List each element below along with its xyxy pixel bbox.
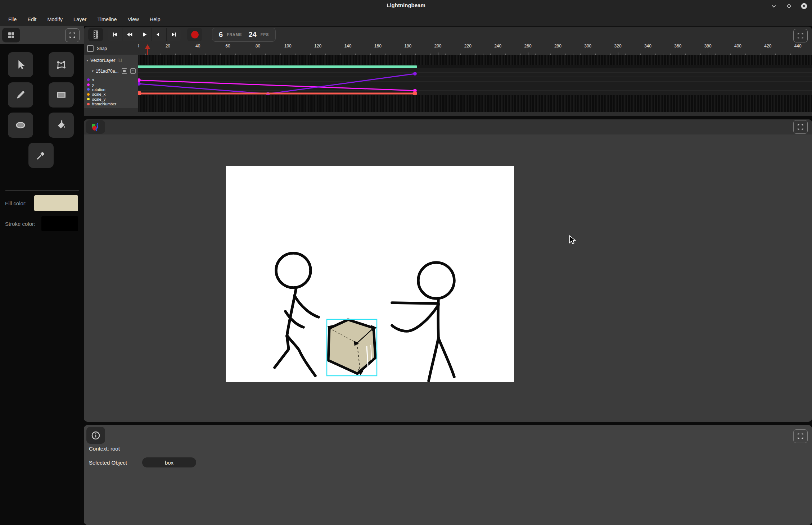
close-icon[interactable] bbox=[800, 2, 808, 10]
menu-view[interactable]: View bbox=[122, 14, 144, 24]
ruler-tick bbox=[633, 54, 633, 55]
clip-duration-bar[interactable] bbox=[138, 65, 417, 68]
tool-grid bbox=[0, 46, 92, 168]
ruler-tick bbox=[648, 52, 648, 55]
menu-timeline[interactable]: Timeline bbox=[92, 14, 122, 24]
ruler-tick bbox=[460, 54, 461, 55]
film-icon[interactable] bbox=[88, 28, 103, 41]
menu-edit[interactable]: Edit bbox=[22, 14, 42, 24]
fps-label: FPS bbox=[261, 32, 269, 37]
menu-modify[interactable]: Modify bbox=[42, 14, 68, 24]
shapes-icon[interactable] bbox=[86, 120, 105, 134]
layer-row[interactable]: ▾ VectorLayer [L] bbox=[84, 55, 138, 65]
rewind-button[interactable] bbox=[122, 28, 137, 41]
ruler-tick bbox=[670, 54, 671, 55]
ruler-label: 140 bbox=[344, 44, 351, 49]
layer-frames-strip[interactable] bbox=[138, 55, 812, 65]
frame-ruler[interactable]: 0204060801001201401601802002202402602803… bbox=[138, 42, 812, 55]
layer-name: VectorLayer bbox=[90, 58, 115, 63]
ruler-tick bbox=[438, 52, 438, 55]
ruler-tick bbox=[355, 54, 356, 55]
sidebar-header bbox=[0, 26, 84, 44]
record-button[interactable] bbox=[187, 28, 202, 41]
selected-object-field[interactable]: box bbox=[142, 457, 196, 467]
sidebar-fullscreen-button[interactable] bbox=[65, 28, 80, 42]
frames-strip[interactable] bbox=[138, 95, 812, 112]
play-button[interactable] bbox=[137, 28, 152, 41]
ruler-tick bbox=[145, 54, 146, 55]
ruler-tick bbox=[783, 54, 783, 55]
stick-figure-right bbox=[392, 262, 454, 381]
fill-color-label: Fill color: bbox=[5, 200, 27, 206]
animation-curves[interactable] bbox=[138, 68, 812, 95]
ruler-tick bbox=[296, 54, 296, 55]
property-x[interactable]: x bbox=[84, 77, 138, 82]
minimize-icon[interactable] bbox=[770, 2, 778, 10]
ruler-label: 400 bbox=[734, 44, 741, 49]
ruler-tick bbox=[775, 54, 776, 55]
ruler-tick bbox=[475, 54, 476, 55]
pencil-tool[interactable] bbox=[8, 82, 33, 108]
fast-forward-button[interactable] bbox=[152, 28, 167, 41]
eyedropper-tool[interactable] bbox=[28, 143, 54, 168]
drawing-canvas[interactable] bbox=[226, 166, 514, 382]
property-color-dot bbox=[87, 83, 90, 86]
property-label: frameNumber bbox=[92, 102, 116, 106]
select-tool[interactable] bbox=[8, 52, 33, 77]
menu-file[interactable]: File bbox=[3, 14, 22, 24]
context-panel: Context: root Selected Object box bbox=[84, 425, 812, 525]
ruler-label: 80 bbox=[256, 44, 260, 49]
tool-sidebar: Fill color: Stroke color: bbox=[0, 26, 84, 525]
fill-color-swatch[interactable] bbox=[34, 195, 78, 211]
titlebar: Lightningbeam bbox=[0, 0, 812, 12]
stroke-color-swatch[interactable] bbox=[41, 216, 78, 231]
ruler-label: 220 bbox=[464, 44, 472, 49]
ruler-tick bbox=[565, 54, 566, 55]
ruler-label: 360 bbox=[674, 44, 681, 49]
ruler-tick bbox=[715, 54, 716, 55]
ellipse-tool[interactable] bbox=[8, 113, 33, 138]
layer-visibility-toggle[interactable] bbox=[122, 68, 127, 74]
timeline-track-area[interactable]: 0204060801001201401601802002202402602803… bbox=[138, 42, 812, 116]
snap-checkbox[interactable] bbox=[87, 45, 94, 52]
grid-icon[interactable] bbox=[2, 28, 20, 42]
timeline-fullscreen-button[interactable] bbox=[793, 29, 808, 42]
collapse-caret-icon[interactable]: ▾ bbox=[86, 58, 88, 62]
property-rotation[interactable]: rotation bbox=[84, 87, 138, 92]
skip-end-button[interactable] bbox=[167, 28, 181, 41]
ruler-tick bbox=[723, 54, 723, 55]
context-fullscreen-button[interactable] bbox=[793, 429, 808, 443]
ruler-tick bbox=[288, 52, 288, 55]
property-y[interactable]: y bbox=[84, 82, 138, 87]
ruler-tick bbox=[753, 54, 753, 55]
object-row[interactable]: ▾ 151ad70a... ~ bbox=[84, 65, 138, 77]
skip-start-button[interactable] bbox=[108, 28, 122, 41]
canvas-panel bbox=[84, 119, 812, 422]
menu-layer[interactable]: Layer bbox=[68, 14, 92, 24]
property-label: x bbox=[92, 78, 94, 82]
ruler-label: 300 bbox=[584, 44, 591, 49]
clip-row[interactable] bbox=[138, 65, 812, 68]
rectangle-tool[interactable] bbox=[49, 82, 74, 108]
property-scale_y[interactable]: scale_y bbox=[84, 97, 138, 102]
ruler-tick bbox=[768, 52, 768, 55]
menu-help[interactable]: Help bbox=[144, 14, 166, 24]
ruler-label: 420 bbox=[764, 44, 771, 49]
ruler-tick bbox=[340, 54, 341, 55]
canvas-fullscreen-button[interactable] bbox=[793, 120, 808, 134]
property-scale_x[interactable]: scale_x bbox=[84, 92, 138, 97]
box-object[interactable] bbox=[327, 319, 377, 376]
paint-bucket-tool[interactable] bbox=[49, 113, 74, 138]
ruler-tick bbox=[618, 52, 618, 55]
layer-curve-toggle[interactable]: ~ bbox=[130, 68, 136, 74]
frame-number: 6 bbox=[219, 31, 223, 39]
ruler-tick bbox=[520, 54, 521, 55]
maximize-icon[interactable] bbox=[785, 2, 793, 10]
collapse-caret-icon[interactable]: ▾ bbox=[92, 69, 94, 73]
property-frameNumber[interactable]: frameNumber bbox=[84, 102, 138, 107]
info-icon[interactable] bbox=[86, 427, 105, 444]
transform-tool[interactable] bbox=[49, 52, 74, 77]
ruler-tick bbox=[761, 54, 761, 55]
ruler-tick bbox=[700, 54, 701, 55]
tilde-icon: ~ bbox=[132, 69, 134, 73]
